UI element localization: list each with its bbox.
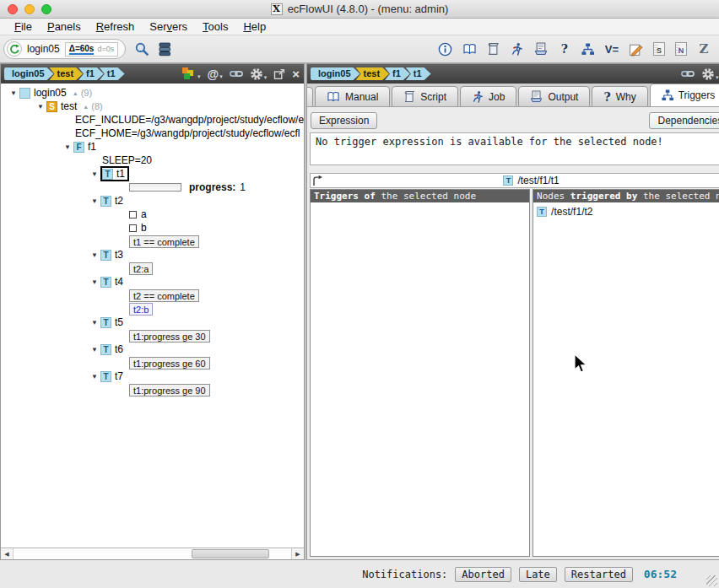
detach-icon[interactable] xyxy=(273,68,285,80)
gear-icon[interactable]: ▾ xyxy=(250,67,268,81)
tab-manual[interactable]: Manual xyxy=(315,86,390,106)
menu-item-file[interactable]: File xyxy=(7,19,40,35)
tree-row-t4[interactable]: ▼Tt4 xyxy=(1,275,304,289)
zoom-window-button[interactable] xyxy=(41,4,51,14)
why-panel-icon[interactable]: ? xyxy=(558,41,571,57)
job-panel-icon[interactable] xyxy=(511,41,524,57)
menu-item-help[interactable]: Help xyxy=(235,19,273,35)
menu-item-refresh[interactable]: Refresh xyxy=(89,19,143,35)
notes-icon[interactable]: N xyxy=(675,42,687,56)
breadcrumb-test[interactable]: test xyxy=(50,67,84,80)
task-badge: T xyxy=(100,317,111,328)
notification-restarted-button[interactable]: Restarted xyxy=(565,567,633,582)
event-checkbox[interactable] xyxy=(129,224,137,232)
link-direction-left-icon[interactable] xyxy=(311,175,324,186)
gear-icon[interactable]: ▾ xyxy=(701,67,719,81)
close-window-button[interactable] xyxy=(8,4,18,14)
scroll-right-icon[interactable]: ▶ xyxy=(291,548,304,559)
tree-row-trigger[interactable]: t1:progress ge 30 xyxy=(1,329,304,343)
tree-row-t5[interactable]: ▼Tt5 xyxy=(1,316,304,329)
resize-grip[interactable] xyxy=(706,575,717,586)
tab-script[interactable]: Script xyxy=(392,86,458,106)
scrollbar-thumb[interactable] xyxy=(192,549,269,558)
manual-panel-icon[interactable] xyxy=(462,41,477,57)
shell-script-icon[interactable]: S xyxy=(653,42,665,56)
tree-row-attr[interactable]: SLEEP=20 xyxy=(1,154,304,167)
link-icon[interactable] xyxy=(230,69,243,78)
tree-row-t7[interactable]: ▼Tt7 xyxy=(1,370,304,383)
close-panel-icon[interactable]: × xyxy=(292,68,300,80)
output-panel-icon[interactable] xyxy=(534,41,548,57)
tree-row-trigger[interactable]: t1 == complete xyxy=(1,235,304,248)
toolbar-left: login05 Δ=60s d=0s xyxy=(3,39,171,59)
status-filter-icon[interactable]: ▾ xyxy=(182,67,201,80)
tree-row-t1[interactable]: ▼Tt1 xyxy=(1,167,304,181)
search-icon[interactable] xyxy=(134,41,149,57)
tab-output[interactable]: Output xyxy=(518,86,590,106)
expand-arrow-icon[interactable]: ▼ xyxy=(35,103,46,111)
scroll-left-icon[interactable]: ◀ xyxy=(1,548,14,559)
breadcrumb-login05[interactable]: login05 xyxy=(311,67,360,80)
breadcrumb-login05[interactable]: login05 xyxy=(4,67,54,80)
tree-row-test[interactable]: ▼Stest▲(8) xyxy=(1,100,304,113)
expand-arrow-icon[interactable]: ▼ xyxy=(89,373,100,380)
menu-item-servers[interactable]: Servers xyxy=(142,19,195,35)
notification-late-button[interactable]: Late xyxy=(519,567,557,582)
tab-why[interactable]: ?Why xyxy=(592,86,647,106)
expand-arrow-icon[interactable]: ▼ xyxy=(89,170,100,178)
link-icon[interactable] xyxy=(681,69,695,78)
script-panel-icon[interactable] xyxy=(487,41,500,57)
tab-triggers[interactable]: Triggers xyxy=(650,84,719,106)
refresh-icon[interactable] xyxy=(7,41,22,57)
expand-arrow-icon[interactable]: ▼ xyxy=(89,197,100,205)
tree-row-progress:[interactable]: progress:1 xyxy=(1,181,304,194)
scrollbar-track[interactable] xyxy=(14,548,291,559)
breadcrumb-test[interactable]: test xyxy=(356,67,390,80)
zombies-panel-icon[interactable]: Z xyxy=(697,41,711,57)
tab-job[interactable]: Job xyxy=(460,86,516,106)
menu-item-panels[interactable]: Panels xyxy=(40,19,89,35)
info-panel-icon[interactable] xyxy=(438,41,452,57)
expand-arrow-icon[interactable]: ▼ xyxy=(89,278,100,286)
expand-arrow-icon[interactable]: ▼ xyxy=(89,251,100,259)
tree-row-t3[interactable]: ▼Tt3 xyxy=(1,248,304,262)
tree-row-trigger[interactable]: t1:progress ge 90 xyxy=(1,383,304,396)
tree-row-f1[interactable]: ▼Ff1 xyxy=(1,140,304,154)
edit-panel-icon[interactable] xyxy=(629,41,643,57)
menu-item-tools[interactable]: Tools xyxy=(195,19,235,35)
tab-partial[interactable] xyxy=(307,87,313,106)
tree-row-attr[interactable]: ECF_INCLUDE=/g3/wangdp/project/study/ecf… xyxy=(1,113,304,127)
dependencies-button[interactable]: Dependencies xyxy=(649,112,719,129)
expand-arrow-icon[interactable]: ▼ xyxy=(62,143,73,151)
notification-aborted-button[interactable]: Aborted xyxy=(455,567,511,582)
task-badge: T xyxy=(537,207,547,217)
right-breadcrumb: login05testf1t1 xyxy=(311,67,678,80)
event-checkbox[interactable] xyxy=(129,211,137,218)
tree-row-t2[interactable]: ▼Tt2 xyxy=(1,194,304,208)
variables-panel-icon[interactable]: V= xyxy=(605,41,619,57)
server-refresh-button[interactable]: login05 Δ=60s d=0s xyxy=(3,39,126,59)
minimize-window-button[interactable] xyxy=(24,4,35,14)
node-label: t5 xyxy=(115,316,123,328)
triggered-node-item[interactable]: T/test/f1/t2 xyxy=(537,205,719,218)
expand-arrow-icon[interactable]: ▼ xyxy=(89,346,100,353)
expand-arrow-icon[interactable]: ▼ xyxy=(89,319,100,326)
runner-icon xyxy=(472,90,484,104)
tree-horizontal-scrollbar[interactable]: ◀ ▶ xyxy=(1,548,304,559)
attribute-filter-icon[interactable]: @ ▾ xyxy=(208,68,223,80)
tree-row-login05[interactable]: ▼login05▲(9) xyxy=(1,86,304,100)
expand-arrow-icon[interactable]: ▼ xyxy=(8,89,19,97)
tree-row-attr[interactable]: ECF_HOME=/g3/wangdp/project/study/ecflow… xyxy=(1,127,304,140)
triggered-by-column: Nodes triggered by the selected node T/t… xyxy=(532,189,719,557)
expression-button[interactable]: Expression xyxy=(311,112,377,129)
tree-row-trigger[interactable]: t2 == complete xyxy=(1,289,304,302)
tree-row-event[interactable]: a xyxy=(1,208,304,221)
triggers-panel-icon[interactable] xyxy=(581,41,595,57)
printer-icon xyxy=(530,90,543,103)
tree-row-trigger[interactable]: t1:progress ge 60 xyxy=(1,356,304,370)
tree-row-trigger[interactable]: t2:b xyxy=(1,302,304,316)
servers-icon[interactable] xyxy=(158,41,171,57)
tree-row-event[interactable]: b xyxy=(1,221,304,235)
tree-row-t6[interactable]: ▼Tt6 xyxy=(1,343,304,356)
tree-row-trigger[interactable]: t2:a xyxy=(1,262,304,275)
